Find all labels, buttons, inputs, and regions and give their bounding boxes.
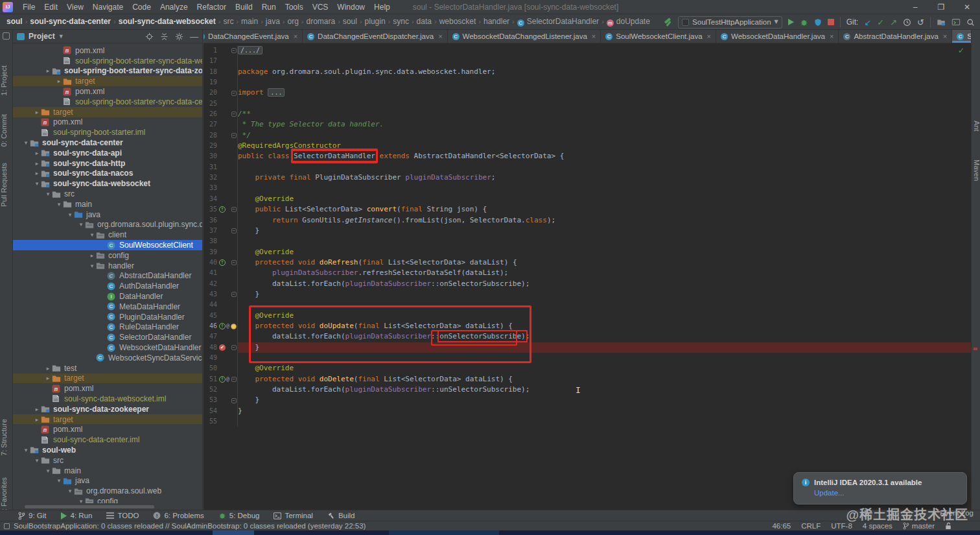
breadcrumb-item[interactable]: soul [6,17,23,26]
chevron-right-icon[interactable]: ▸ [44,375,52,381]
tool-window-button--run[interactable]: 4: Run [60,512,92,519]
tree-item[interactable]: CAbstractDataHandler [13,271,202,281]
chevron-right-icon[interactable]: ▸ [33,150,41,156]
tree-item[interactable]: ▾main [13,199,202,209]
code-line[interactable]: 41 pluginDataSubscriber.refreshSelectorD… [204,268,971,278]
tool-window-button--debug[interactable]: 5: Debug [218,512,260,519]
menu-file[interactable]: File [18,1,40,13]
code-line[interactable]: 50 @Override [204,363,971,374]
code-line[interactable]: 37− } [204,226,971,236]
code-line[interactable]: 20−import ... [204,88,971,98]
code-line[interactable]: 26−/** [204,109,971,119]
fold-marker-icon[interactable]: − [231,112,237,117]
git-update-icon[interactable]: ↙ [864,18,871,27]
code-line[interactable]: 32 private final PluginDataSubscriber pl… [204,172,971,183]
changes-icon[interactable] [937,18,946,27]
collapse-all-icon[interactable] [160,32,169,41]
editor-tab[interactable]: CWebsocketDataChangedListener.java× [448,30,601,43]
override-method-icon[interactable]: ↑ [219,259,226,266]
chevron-down-icon[interactable]: ▾ [77,221,85,228]
code-line[interactable]: 47 dataList.forEach(pluginDataSubscriber… [204,331,971,342]
chevron-down-icon[interactable]: ▾ [44,191,52,197]
chevron-right-icon[interactable]: ▸ [55,78,63,84]
code-line[interactable]: 18package org.dromara.soul.plugin.sync.d… [204,67,971,77]
tree-item[interactable]: mpom.xml [13,424,202,434]
stripe-button-pull-requests[interactable]: Pull Requests [0,163,13,207]
breadcrumb-item[interactable]: soul-sync-data-center [30,17,111,26]
tree-item[interactable]: ▾org.dromara.soul.plugin.sync.data.web [13,220,202,230]
code-editor[interactable]: 1−/.../1718package org.dromara.soul.plug… [204,43,971,510]
fold-marker-icon[interactable]: − [231,133,237,138]
chevron-down-icon[interactable]: ▾ [55,477,63,484]
code-line[interactable]: 38 [204,236,971,246]
run-anything-icon[interactable] [951,18,961,27]
breadcrumb-item[interactable]: java [266,17,280,26]
chevron-right-icon[interactable]: ▸ [44,365,52,372]
chevron-right-icon[interactable]: ▸ [33,406,41,412]
editor-tab[interactable]: CDataChangedEvent.java× [204,30,303,43]
tool-window-button--problems[interactable]: !6: Problems [153,512,204,519]
tree-item[interactable]: ▾config [13,496,202,503]
breadcrumb-item[interactable]: soul [343,17,357,26]
override-method-icon[interactable]: ↑ [219,376,226,383]
tool-window-button-terminal[interactable]: Terminal [274,512,312,519]
close-icon[interactable]: × [438,32,442,40]
stripe-button--commit[interactable]: 0: Commit [0,114,13,147]
fold-marker-icon[interactable]: − [231,207,237,212]
chevron-right-icon[interactable]: ▸ [33,170,41,176]
close-icon[interactable]: × [592,32,596,40]
code-line[interactable]: 36 return GsonUtils.getInstance().fromLi… [204,215,971,226]
editor-tab[interactable]: CAbstractDataHandler.java× [839,30,952,43]
tree-item[interactable]: IDataHandler [13,291,202,302]
gear-icon[interactable] [175,32,183,41]
restore-icon[interactable]: ❐ [928,0,954,14]
chevron-down-icon[interactable]: ▾ [66,488,74,494]
code-line[interactable]: 29@RequiredArgsConstructor [204,141,971,151]
minimize-icon[interactable]: – [902,0,928,14]
tool-window-button-build[interactable]: Build [327,512,355,519]
breadcrumb-item[interactable]: weboscket [439,17,476,26]
code-line[interactable]: 45 @Override [204,311,971,321]
code-line[interactable]: 34 @Override [204,194,971,204]
chevron-down-icon[interactable]: ▾ [77,498,85,503]
tree-item[interactable]: CPluginDataHandler [13,312,202,322]
menu-view[interactable]: View [62,1,88,13]
chevron-down-icon[interactable]: ▾ [88,232,96,238]
tree-item[interactable]: ▸config [13,250,202,261]
stripe-button-maven[interactable]: Maven [971,160,980,181]
chevron-right-icon[interactable]: ▸ [33,160,41,167]
project-view-title[interactable]: Project [29,32,55,41]
code-line[interactable]: 27 * The type Selector data handler. [204,119,971,130]
menu-build[interactable]: Build [231,1,257,13]
chevron-right-icon[interactable]: ▸ [33,109,41,115]
editor-tab[interactable]: CWebsocketDataHandler.java× [716,30,839,43]
breadcrumb-item[interactable]: dromara [307,17,336,26]
coverage-icon[interactable] [814,18,822,27]
fold-marker-icon[interactable]: − [231,48,237,53]
close-icon[interactable]: × [830,32,834,40]
tree-item[interactable]: ▸soul-sync-data-api [13,148,202,158]
menu-edit[interactable]: Edit [40,1,62,13]
tree-item[interactable]: soul-spring-boot-starter.iml [13,127,202,137]
breadcrumb-item[interactable]: sync [393,17,409,26]
stripe-button-ant[interactable]: Ant [971,121,980,132]
git-commit-icon[interactable]: ✓ [877,18,884,27]
git-push-icon[interactable]: ↗ [890,18,897,27]
breadcrumb-item[interactable]: org [287,17,298,26]
code-line[interactable]: 53− } [204,395,971,405]
stripe-button--project[interactable]: 1: Project [0,65,13,95]
fold-marker-icon[interactable]: − [231,260,237,265]
tree-item[interactable]: soul-sync-data-websocket.iml [13,394,202,404]
update-link[interactable]: Update... [814,489,959,497]
override-method-icon[interactable]: ↑ [219,206,226,213]
breadcrumb-item[interactable]: src [223,17,233,26]
breadcrumb-method[interactable]: doUpdate [616,17,650,26]
tree-item[interactable]: CSoulWebsocketClient [13,240,202,250]
tree-item[interactable]: ▾java [13,475,202,486]
tree-item[interactable]: ▸soul-sync-data-nacos [13,169,202,179]
tree-item[interactable]: ▸target [13,374,202,384]
tool-window-button--git[interactable]: 9: Git [18,512,46,520]
code-line[interactable]: 51↑@− protected void doDelete(final List… [204,374,971,385]
code-line[interactable]: 17 [204,56,971,66]
chevron-right-icon[interactable]: ▸ [44,67,52,74]
